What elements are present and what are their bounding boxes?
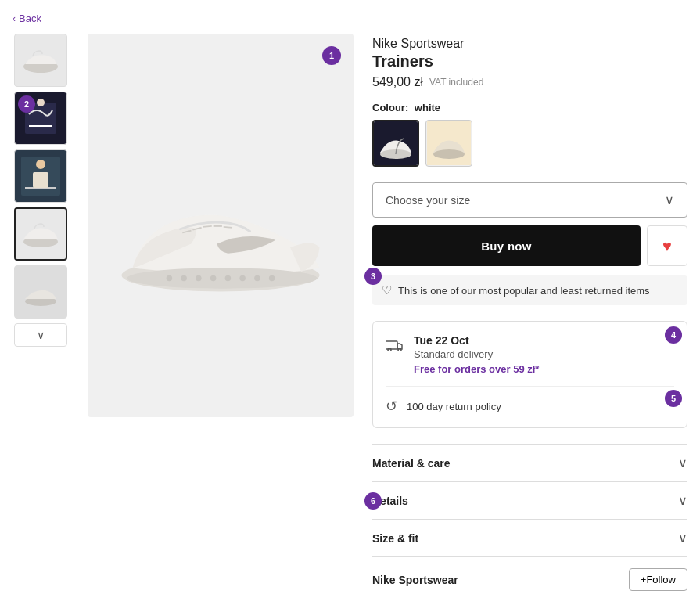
vat-label: VAT included [429,77,483,88]
delivery-type: Standard delivery [414,348,539,360]
heart-icon: ♥ [662,237,672,255]
accordion-material[interactable]: Material & care ∨ [372,444,687,481]
popular-heart-icon: ♡ [382,283,392,297]
svg-rect-34 [386,341,397,349]
follow-label: Follow [646,574,676,585]
swatch-white-image [374,121,418,165]
popular-banner: 3 ♡ This is one of our most popular and … [372,275,687,305]
thumbnail-2[interactable]: 2 [14,92,67,145]
main-product-image: 1 [88,34,354,417]
product-name: Trainers [372,52,687,70]
back-label: Back [19,13,41,24]
colour-value: white [415,102,440,113]
svg-point-23 [181,275,187,282]
chevron-down-icon: ∨ [37,329,45,341]
svg-point-25 [210,275,217,282]
thumbnail-4[interactable] [14,207,67,261]
popular-badge-3: 3 [364,268,382,285]
svg-point-10 [36,160,45,169]
delivery-truck-icon [386,336,404,356]
svg-point-33 [433,149,465,159]
colour-options [372,120,687,167]
colour-swatch-alt[interactable] [425,120,472,167]
svg-point-27 [239,275,246,282]
svg-point-35 [388,348,391,351]
thumbnail-chevron-down[interactable]: ∨ [14,323,67,347]
return-row: ↺ 100 day return policy 5 [386,398,674,415]
thumbnail-badge-2: 2 [18,95,35,113]
details-badge-6: 6 [364,492,382,510]
delivery-info: Tue 22 Oct Standard delivery Free for or… [414,334,539,375]
back-link[interactable]: ‹ Back [13,13,41,24]
price-row: 549,00 zł VAT included [372,75,687,89]
truck-svg [386,337,404,351]
price: 549,00 zł [372,75,423,89]
size-chevron-down-icon: ∨ [665,193,674,207]
svg-point-22 [167,275,173,282]
accordion-material-chevron-icon: ∨ [678,456,687,470]
thumbnail-3[interactable] [14,149,67,203]
brand-name: Nike Sportswear [372,37,687,51]
svg-line-20 [224,227,232,228]
main-content: 2 [13,34,687,605]
thumbnail-column: 2 [13,34,69,605]
svg-point-29 [269,275,275,282]
delivery-free: Free for orders over 59 zł* [414,363,539,375]
brand-section-label: Nike Sportswear [372,574,458,586]
buy-now-button[interactable]: Buy now [372,225,641,266]
accordion-material-label: Material & care [372,457,451,470]
return-badge-5: 5 [665,390,682,407]
return-icon: ↺ [386,398,397,415]
delivery-badge-4: 4 [665,326,682,344]
svg-point-5 [37,99,45,106]
accordion-details[interactable]: 6 Details ∨ [372,481,687,519]
svg-rect-9 [33,172,48,188]
svg-point-28 [254,275,260,282]
thumb-shoe-1 [17,37,64,84]
swatch-alt-image [427,121,471,165]
thumbnail-1[interactable] [14,34,67,87]
wishlist-button[interactable]: ♥ [647,225,687,266]
thumbnail-5[interactable] [14,265,67,319]
svg-point-36 [398,348,401,351]
accordion-details-chevron-icon: ∨ [678,493,687,508]
product-sneaker-svg [103,151,338,300]
page-wrapper: ‹ Back 2 [0,0,700,605]
colour-label: Colour: white [372,102,687,113]
thumb-shoe-4 [17,211,64,257]
accordion-size-fit-chevron-icon: ∨ [678,531,687,546]
colour-swatch-white[interactable] [372,120,419,167]
svg-point-26 [225,275,232,282]
main-image-badge-1: 1 [322,46,341,65]
product-info: Nike Sportswear Trainers 549,00 zł VAT i… [372,34,687,605]
brand-follow-row: Nike Sportswear + Follow [372,556,687,602]
follow-plus-icon: + [641,574,647,585]
delivery-row: Tue 22 Oct Standard delivery Free for or… [386,334,674,387]
accordion-size-fit[interactable]: Size & fit ∨ [372,519,687,556]
follow-button[interactable]: + Follow [629,568,687,591]
thumb-shoe-5 [17,268,64,315]
thumb-lifestyle-3 [17,153,64,200]
colour-prefix: Colour: [372,102,408,113]
size-placeholder: Choose your size [386,194,470,207]
svg-point-21 [127,268,318,288]
popular-text: This is one of our most popular and leas… [398,285,650,297]
accordion-size-fit-label: Size & fit [372,532,418,545]
buy-row: Buy now ♥ [372,225,687,266]
svg-point-24 [196,275,202,282]
size-selector[interactable]: Choose your size ∨ [372,182,687,218]
return-text: 100 day return policy [407,401,501,412]
back-chevron-icon: ‹ [13,13,16,24]
delivery-box: Tue 22 Oct Standard delivery Free for or… [372,321,687,428]
svg-line-18 [203,226,212,227]
delivery-date: Tue 22 Oct [414,334,539,347]
